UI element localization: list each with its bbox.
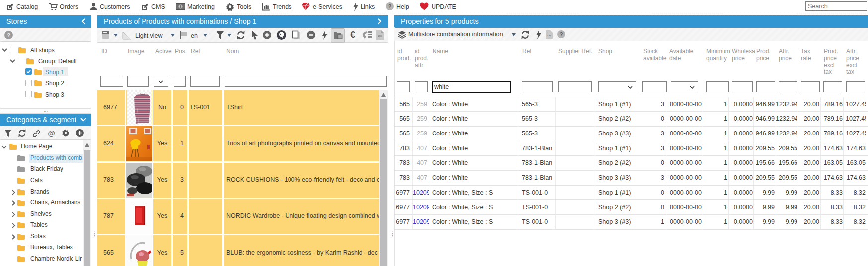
svg-text:csv: csv [378, 34, 382, 37]
svg-text:$: $ [180, 5, 182, 8]
svg-text:@: @ [48, 129, 55, 137]
svg-text:?: ? [388, 3, 392, 9]
svg-text:csv: csv [547, 34, 551, 37]
svg-text:?: ? [560, 31, 563, 37]
svg-text:?: ? [7, 32, 10, 38]
